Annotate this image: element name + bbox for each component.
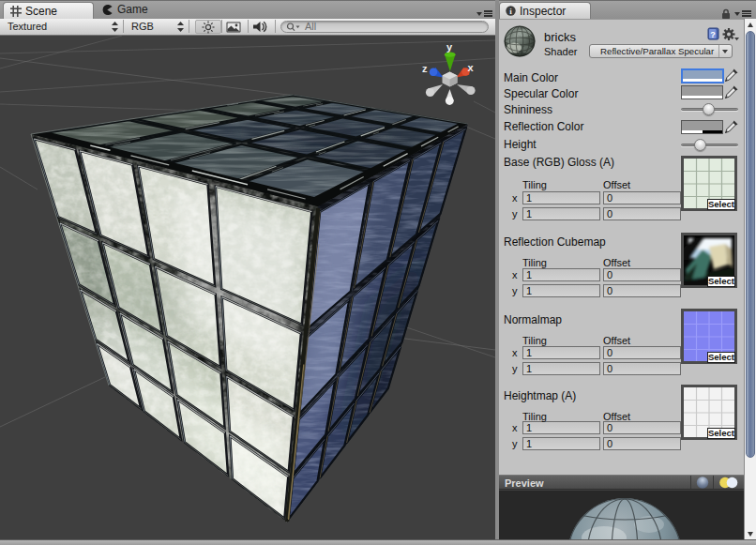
svg-text:y: y bbox=[446, 41, 453, 53]
svg-text:x: x bbox=[468, 62, 475, 73]
svg-text:?: ? bbox=[710, 30, 716, 39]
svg-text:z: z bbox=[422, 63, 428, 74]
